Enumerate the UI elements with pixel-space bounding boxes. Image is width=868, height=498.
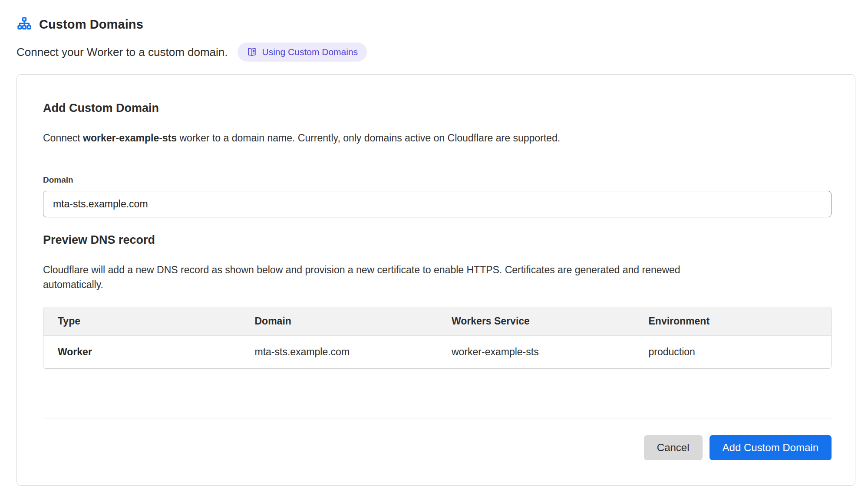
docs-link-label: Using Custom Domains [262, 47, 358, 57]
worker-name: worker-example-sts [83, 132, 177, 144]
preview-description: Cloudflare will add a new DNS record as … [43, 262, 694, 292]
domain-input[interactable] [43, 191, 832, 217]
card-intro: Connect worker-example-sts worker to a d… [43, 132, 832, 144]
intro-prefix: Connect [43, 132, 83, 144]
card-heading: Add Custom Domain [43, 102, 832, 115]
intro-suffix: worker to a domain name. Currently, only… [177, 132, 560, 144]
column-header-domain: Domain [241, 307, 438, 336]
column-header-workers-service: Workers Service [437, 307, 634, 336]
cell-domain: mta-sts.example.com [241, 336, 438, 368]
cell-type: Worker [43, 336, 241, 368]
page-title: Custom Domains [39, 17, 143, 32]
footer-actions: Cancel Add Custom Domain [43, 435, 832, 460]
domain-label: Domain [43, 175, 832, 185]
dns-preview-table: Type Domain Workers Service Environment … [43, 307, 832, 369]
book-open-icon [247, 47, 257, 57]
preview-heading: Preview DNS record [43, 233, 832, 247]
page-subtitle: Connect your Worker to a custom domain. [17, 46, 228, 59]
table-header-row: Type Domain Workers Service Environment [43, 307, 831, 336]
add-custom-domain-button[interactable]: Add Custom Domain [710, 435, 832, 460]
table-row: Worker mta-sts.example.com worker-exampl… [43, 336, 831, 368]
page-header: Custom Domains [17, 16, 868, 32]
add-custom-domain-card: Add Custom Domain Connect worker-example… [17, 74, 855, 486]
column-header-environment: Environment [634, 307, 832, 336]
docs-link-badge[interactable]: Using Custom Domains [238, 43, 367, 62]
cell-workers-service: worker-example-sts [437, 336, 634, 368]
cell-environment: production [634, 336, 832, 368]
footer-divider [43, 419, 832, 419]
cancel-button[interactable]: Cancel [644, 435, 703, 460]
subtitle-row: Connect your Worker to a custom domain. … [17, 43, 868, 62]
sitemap-icon [17, 16, 32, 32]
column-header-type: Type [43, 307, 241, 336]
